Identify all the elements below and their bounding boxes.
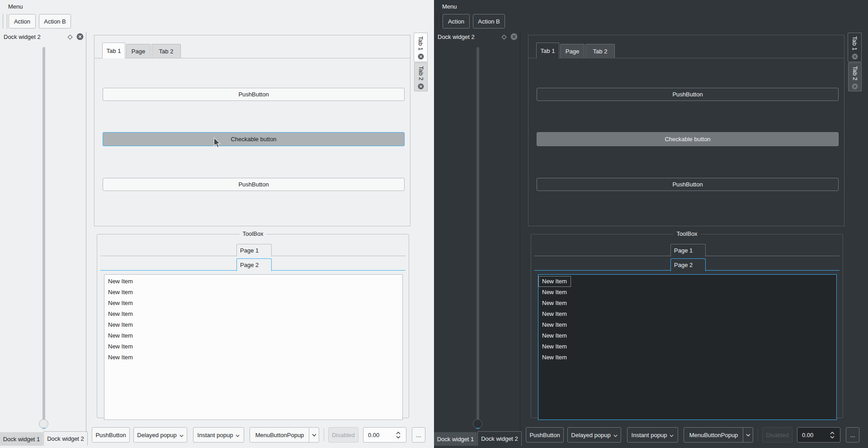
tab-tab2[interactable]: Tab 2 — [151, 44, 181, 58]
close-icon[interactable] — [418, 53, 424, 60]
dock-tab-1[interactable]: Dock widget 1 — [434, 432, 477, 446]
toolbar-separator — [758, 429, 758, 441]
close-icon[interactable] — [510, 33, 518, 40]
toolbar-separator — [324, 429, 324, 441]
menu-item-menu[interactable]: Menu — [5, 2, 26, 11]
list-item[interactable]: New Item — [538, 330, 836, 341]
toolbox-page-2[interactable]: Page 2 — [670, 258, 706, 271]
spinbox[interactable]: 0.00 — [363, 427, 406, 443]
list-item[interactable]: New Item — [538, 276, 571, 287]
action-b-button[interactable]: Action B — [39, 14, 71, 29]
dock-tab-2[interactable]: Dock widget 2 — [477, 431, 522, 446]
chevron-down-icon[interactable] — [396, 436, 401, 438]
instant-popup-button[interactable]: Instant popup — [193, 427, 244, 443]
item-list[interactable]: New ItemNew ItemNew ItemNew ItemNew Item… — [538, 274, 837, 420]
close-icon[interactable] — [76, 33, 84, 40]
spinbox-value[interactable]: 0.00 — [797, 432, 830, 438]
toolbox-page-1[interactable]: Page 1 — [670, 244, 706, 257]
tab-page[interactable]: Page — [560, 44, 585, 58]
more-button[interactable]: ... — [846, 427, 859, 443]
delayed-popup-button[interactable]: Delayed popup — [567, 427, 621, 443]
toolbox-page-1[interactable]: Page 1 — [236, 244, 272, 257]
close-icon[interactable] — [852, 53, 858, 60]
chevron-down-icon — [179, 434, 184, 437]
mouse-cursor-icon — [213, 137, 221, 148]
vertical-slider[interactable] — [42, 47, 45, 420]
close-icon[interactable] — [418, 83, 424, 90]
delayed-popup-label: Delayed popup — [137, 432, 176, 438]
list-item[interactable]: New Item — [538, 319, 836, 330]
spinbox-value[interactable]: 0.00 — [363, 432, 396, 438]
list-item[interactable]: New Item — [538, 341, 836, 352]
menu-button-popup-arrow[interactable] — [309, 428, 319, 442]
list-item[interactable]: New Item — [104, 319, 402, 330]
push-button-top[interactable]: PushButton — [103, 88, 405, 101]
action-button[interactable]: Action — [443, 14, 470, 29]
vertical-slider[interactable] — [476, 47, 479, 420]
push-button[interactable]: PushButton — [526, 427, 564, 443]
list-item[interactable]: New Item — [538, 287, 836, 298]
list-item[interactable]: New Item — [104, 309, 402, 319]
side-tab-1-label: Tab 1 — [851, 36, 858, 51]
side-tab-2[interactable]: Tab 2 — [848, 62, 862, 91]
close-icon[interactable] — [852, 83, 858, 90]
chevron-down-icon[interactable] — [830, 436, 835, 438]
action-b-button[interactable]: Action B — [473, 14, 505, 29]
list-item[interactable]: New Item — [104, 330, 402, 341]
list-item[interactable]: New Item — [538, 352, 836, 363]
push-button-bottom[interactable]: PushButton — [537, 178, 839, 191]
more-button[interactable]: ... — [412, 427, 425, 443]
dock-tab-2[interactable]: Dock widget 2 — [43, 431, 88, 446]
dock-splitter[interactable] — [520, 32, 520, 432]
instant-popup-button[interactable]: Instant popup — [627, 427, 678, 443]
list-item[interactable]: New Item — [538, 298, 836, 309]
application-window: Menu Action Action B Dock widget 2 Tab 1… — [0, 0, 868, 448]
disabled-button: Disabled — [328, 427, 359, 443]
chevron-down-icon — [670, 434, 674, 437]
float-icon[interactable] — [67, 34, 73, 40]
tab-page[interactable]: Page — [126, 44, 151, 58]
side-tab-1[interactable]: Tab 1 — [848, 33, 862, 62]
list-item[interactable]: New Item — [104, 352, 402, 363]
chevron-down-icon — [613, 434, 618, 437]
chevron-up-icon[interactable] — [396, 432, 401, 434]
toolbox-page-2[interactable]: Page 2 — [236, 258, 272, 271]
side-tab-1[interactable]: Tab 1 — [414, 33, 428, 62]
push-button[interactable]: PushButton — [92, 427, 130, 443]
toolbar-drag-handle[interactable] — [437, 14, 441, 29]
list-item[interactable]: New Item — [104, 276, 402, 287]
item-list[interactable]: New ItemNew ItemNew ItemNew ItemNew Item… — [104, 274, 403, 420]
checkable-button[interactable]: Checkable button — [103, 132, 405, 146]
slider-handle[interactable] — [473, 419, 482, 429]
delayed-popup-label: Delayed popup — [571, 432, 610, 438]
push-button-bottom[interactable]: PushButton — [103, 178, 405, 191]
tab-tab1[interactable]: Tab 1 — [536, 43, 559, 58]
list-item[interactable]: New Item — [104, 298, 402, 309]
dock-title: Dock widget 2 — [438, 33, 475, 40]
toolbox-groupbox: ToolBox Page 1 Page 2 New ItemNew ItemNe… — [531, 234, 843, 418]
list-item[interactable]: New Item — [538, 309, 836, 319]
tab-pane-border — [528, 58, 844, 58]
delayed-popup-button[interactable]: Delayed popup — [133, 427, 187, 443]
action-button[interactable]: Action — [9, 14, 36, 29]
float-icon[interactable] — [501, 34, 507, 40]
menu-item-menu[interactable]: Menu — [439, 2, 460, 11]
push-button-top[interactable]: PushButton — [537, 88, 839, 101]
dock-tab-1[interactable]: Dock widget 1 — [0, 432, 43, 446]
chevron-up-icon[interactable] — [830, 432, 835, 434]
spinbox[interactable]: 0.00 — [797, 427, 840, 443]
checkable-button[interactable]: Checkable button — [537, 132, 839, 146]
tab-tab1[interactable]: Tab 1 — [102, 43, 125, 58]
list-item[interactable]: New Item — [104, 287, 402, 298]
side-tab-2[interactable]: Tab 2 — [414, 62, 428, 91]
dock-splitter[interactable] — [86, 32, 86, 432]
toolbar-drag-handle[interactable] — [3, 14, 7, 29]
menu-button-popup[interactable]: MenuButtonPopup — [684, 427, 753, 443]
menu-button-popup[interactable]: MenuButtonPopup — [250, 427, 319, 443]
groupbox-title: ToolBox — [673, 230, 700, 237]
menu-button-popup-label: MenuButtonPopup — [255, 432, 304, 438]
slider-handle[interactable] — [39, 419, 48, 429]
menu-button-popup-arrow[interactable] — [743, 428, 753, 442]
tab-tab2[interactable]: Tab 2 — [585, 44, 615, 58]
list-item[interactable]: New Item — [104, 341, 402, 352]
